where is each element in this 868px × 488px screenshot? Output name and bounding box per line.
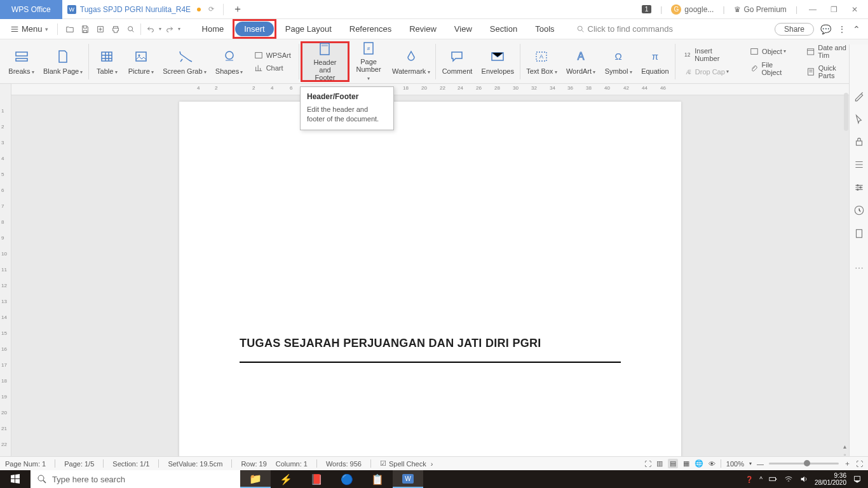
equation-button[interactable]: π Equation — [637, 41, 674, 82]
export-button[interactable] — [93, 22, 107, 36]
select-icon[interactable] — [853, 113, 865, 125]
breaks-button[interactable]: Breaks — [4, 41, 39, 82]
wordart-button[interactable]: A WordArt — [562, 41, 600, 82]
feedback-icon[interactable]: 💬 — [820, 24, 831, 34]
tab-references[interactable]: References — [341, 20, 400, 37]
mini-scroll-indicator[interactable] — [844, 93, 848, 131]
lock-icon[interactable] — [853, 136, 865, 147]
open-button[interactable] — [63, 22, 77, 36]
command-search[interactable]: Click to find commands — [576, 24, 673, 34]
tab-tools[interactable]: Tools — [526, 20, 563, 37]
print-button[interactable] — [109, 22, 123, 36]
picture-button[interactable]: Picture — [123, 41, 158, 82]
taskbar-notes[interactable]: 📋 — [362, 470, 393, 488]
status-page-num[interactable]: Page Num: 1 — [5, 460, 46, 468]
taskbar-app-2[interactable]: 📕 — [301, 470, 332, 488]
zoom-out-button[interactable]: — — [757, 460, 764, 468]
edit-icon[interactable] — [853, 90, 865, 102]
list-icon[interactable] — [853, 159, 865, 170]
tab-home[interactable]: Home — [193, 20, 233, 37]
chart-button[interactable]: Chart — [252, 62, 294, 74]
document-page[interactable]: TUGAS SEJARAH PERJUANGAN DAN JATI DIRI P… — [179, 102, 681, 470]
go-premium[interactable]: ♛ Go Premium — [734, 5, 787, 14]
status-section[interactable]: Section: 1/1 — [112, 460, 149, 468]
settings-icon[interactable] — [853, 182, 865, 193]
windows-search[interactable]: Type here to search — [31, 470, 240, 488]
document-area[interactable]: TUGAS SEJARAH PERJUANGAN DAN JATI DIRI P… — [11, 84, 849, 470]
object-button[interactable]: Object — [747, 46, 796, 57]
preview-button[interactable] — [124, 22, 138, 36]
status-setvalue[interactable]: SetValue: 19.5cm — [168, 460, 222, 468]
wifi-icon[interactable] — [784, 475, 793, 484]
shapes-button[interactable]: Shapes — [211, 41, 248, 82]
comment-button[interactable]: Comment — [437, 41, 477, 82]
share-button[interactable]: Share — [775, 23, 814, 36]
watermark-button[interactable]: Watermark — [388, 41, 435, 82]
battery-icon[interactable] — [769, 475, 778, 484]
text-box-button[interactable]: A Text Box — [522, 41, 562, 82]
taskbar-app-1[interactable]: ⚡ — [271, 470, 301, 488]
spell-check-button[interactable]: ☑ Spell Check › — [380, 459, 433, 468]
taskbar-wps[interactable]: W — [393, 470, 423, 488]
history-icon[interactable] — [853, 205, 865, 216]
page-number-button[interactable]: # Page Number — [349, 41, 388, 82]
zoom-level[interactable]: 100% — [726, 460, 744, 468]
tray-help-icon[interactable]: ❓ — [745, 476, 753, 483]
parts-icon — [806, 67, 815, 76]
save-button[interactable] — [78, 22, 92, 36]
collapse-ribbon-icon[interactable]: ⌃ — [853, 24, 860, 34]
taskbar-chrome[interactable]: 🔵 — [332, 470, 362, 488]
blank-page-button[interactable]: Blank Page — [39, 41, 87, 82]
header-footer-button[interactable]: Header and Footer — [301, 41, 349, 82]
wpsart-button[interactable]: WPSArt — [252, 50, 294, 61]
status-row[interactable]: Row: 19 — [241, 460, 266, 468]
restore-button[interactable]: ❐ — [828, 4, 840, 15]
google-account[interactable]: Ggoogle... — [671, 4, 714, 15]
more-tools-icon[interactable]: ⋯ — [855, 263, 864, 273]
scroll-up-icon[interactable]: ▴ — [843, 443, 846, 450]
fit-page-icon[interactable]: ⛶ — [856, 460, 863, 468]
view-print-icon[interactable]: ▤ — [668, 459, 678, 468]
tab-view[interactable]: View — [445, 20, 481, 37]
clipboard-icon[interactable] — [853, 227, 865, 239]
zoom-slider[interactable] — [769, 463, 839, 464]
status-column[interactable]: Column: 1 — [276, 460, 308, 468]
tray-clock[interactable]: 9:36 28/01/2020 — [815, 472, 846, 486]
tab-insert[interactable]: Insert — [235, 22, 274, 36]
view-outline-icon[interactable]: ▥ — [656, 459, 663, 468]
table-button[interactable]: Table — [90, 41, 123, 82]
new-tab-button[interactable]: ＋ — [227, 3, 248, 16]
tray-chevron-icon[interactable]: ^ — [759, 476, 763, 483]
tab-section[interactable]: Section — [481, 20, 526, 37]
horizontal-ruler[interactable]: 42246182022242628303234363840424446 — [11, 84, 849, 95]
windows-start-button[interactable] — [0, 470, 31, 488]
close-button[interactable]: ✕ — [849, 4, 860, 15]
eye-icon[interactable]: 👁 — [709, 460, 715, 468]
fullscreen-icon[interactable]: ⛶ — [644, 460, 651, 468]
status-words[interactable]: Words: 956 — [326, 460, 362, 468]
more-icon[interactable]: ⋮ — [837, 24, 846, 34]
document-tab[interactable]: W Tugas SPJD PGRI Nurulita_R4E ⟳ — [62, 0, 219, 19]
envelopes-button[interactable]: Envelopes — [477, 41, 519, 82]
view-web-icon[interactable]: ▦ — [683, 459, 689, 468]
notif-count[interactable]: 1 — [642, 5, 652, 13]
volume-icon[interactable] — [799, 475, 808, 484]
tab-overflow-icon[interactable]: ⟳ — [208, 5, 214, 13]
app-menu-button[interactable]: Menu ▾ — [4, 22, 55, 36]
view-globe-icon[interactable]: 🌐 — [695, 459, 703, 468]
symbol-button[interactable]: Ω Symbol — [600, 41, 636, 82]
insert-number-button[interactable]: 12Insert Number — [681, 46, 740, 64]
status-page[interactable]: Page: 1/5 — [64, 460, 94, 468]
tab-page-layout[interactable]: Page Layout — [276, 20, 341, 37]
drop-cap-button[interactable]: ADrop Cap — [681, 66, 740, 78]
notifications-icon[interactable] — [853, 475, 862, 484]
vertical-ruler[interactable]: 12345678910111213141516171819202122 — [0, 84, 11, 470]
file-object-button[interactable]: File Object — [747, 60, 796, 78]
taskbar-explorer[interactable]: 📁 — [240, 470, 271, 488]
redo-button[interactable] — [163, 22, 177, 36]
tab-review[interactable]: Review — [400, 20, 445, 37]
minimize-button[interactable]: — — [806, 4, 819, 15]
screen-grab-button[interactable]: Screen Grab — [158, 41, 210, 82]
undo-button[interactable] — [144, 22, 158, 36]
zoom-in-button[interactable]: ＋ — [844, 459, 851, 468]
